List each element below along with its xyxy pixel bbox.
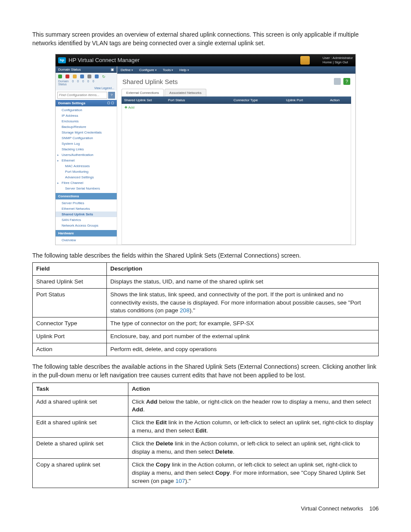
- user-line: User : Administrator: [323, 56, 353, 60]
- menubar: DefineConfigureToolsHelp: [117, 66, 355, 74]
- sidebar-item[interactable]: Ethernet Networks: [56, 206, 117, 212]
- search-input[interactable]: [57, 92, 107, 99]
- sidebar: Domain Status ▣ ↻ Domain: [56, 66, 117, 245]
- app-screenshot: hp HP Virtual Connect Manager User : Adm…: [55, 54, 356, 245]
- view-legend-link[interactable]: View Legend...: [58, 87, 114, 90]
- page-title: Shared Uplink Sets: [122, 78, 177, 85]
- table-row: Delete a shared uplink setClick the Dele…: [33, 438, 379, 459]
- home-icon[interactable]: [300, 56, 310, 65]
- search-go-button[interactable]: ?: [108, 92, 115, 99]
- status-other-icon: [95, 75, 99, 78]
- sidebar-item[interactable]: Port Monitoring: [56, 169, 117, 174]
- table-row: Port StatusShows the link status, link s…: [33, 288, 379, 317]
- domain-label: Domain: [58, 80, 68, 83]
- add-button[interactable]: Add: [122, 104, 351, 111]
- page-link[interactable]: 107: [175, 478, 185, 484]
- table-row: ActionPerform edit, delete, and copy ope…: [33, 343, 379, 356]
- help-icon[interactable]: ?: [343, 78, 350, 85]
- table-row: Copy a shared uplink setClick the Copy l…: [33, 458, 379, 488]
- actions-th-task: Task: [33, 383, 128, 395]
- status-critical-icon: [65, 75, 69, 78]
- refresh-icon[interactable]: ↻: [102, 75, 106, 79]
- home-link[interactable]: Home: [323, 60, 332, 64]
- col-port-status[interactable]: Port Status: [165, 98, 231, 102]
- actions-table-intro: The following table describes the availa…: [32, 362, 379, 380]
- app-topbar: hp HP Virtual Connect Manager User : Adm…: [56, 54, 355, 66]
- col-shared-uplink-set[interactable]: Shared Uplink Set: [121, 98, 165, 102]
- table-row: Connector TypeThe type of connector on t…: [33, 317, 379, 330]
- sidebar-item[interactable]: Ethernet: [56, 158, 117, 163]
- menu-item[interactable]: Configure: [139, 68, 157, 72]
- tab[interactable]: External Connections: [121, 89, 164, 96]
- menu-item[interactable]: Define: [121, 68, 133, 72]
- tab[interactable]: Associated Networks: [165, 89, 206, 96]
- status-sub: Status: [58, 83, 114, 86]
- table-row: Shared Uplink SetDisplays the status, UI…: [33, 275, 379, 288]
- sidebar-item[interactable]: Shared Uplink Sets: [56, 212, 117, 217]
- page-link[interactable]: 208: [180, 307, 190, 314]
- main-panel: DefineConfigureToolsHelp Shared Uplink S…: [117, 66, 355, 245]
- sidebar-item[interactable]: Backup/Restore: [56, 124, 117, 130]
- fields-th-description: Description: [107, 262, 379, 275]
- sidebar-item[interactable]: MAC Addresses: [56, 163, 117, 169]
- intro-paragraph: This summary screen provides an overview…: [32, 30, 379, 48]
- sidebar-item[interactable]: Enclosures: [56, 243, 117, 245]
- print-icon[interactable]: [334, 78, 341, 85]
- table-row: Edit a shared uplink setClick the Edit l…: [33, 417, 379, 438]
- tabs: External ConnectionsAssociated Networks: [117, 89, 355, 96]
- footer-page-number: 106: [369, 505, 379, 512]
- actions-th-action: Action: [128, 383, 379, 395]
- section-hardware[interactable]: Hardware: [56, 230, 117, 236]
- sidebar-item[interactable]: Fibre Channel: [56, 180, 117, 186]
- page-footer: Virtual Connect networks 106: [32, 505, 379, 512]
- sidebar-item[interactable]: Advanced Settings: [56, 174, 117, 180]
- col-action[interactable]: Action: [327, 98, 351, 102]
- sign-out-link[interactable]: Sign Out: [335, 60, 348, 64]
- status-unknown-icon: [87, 75, 91, 78]
- fields-th-field: Field: [33, 262, 107, 275]
- sidebar-item[interactable]: IP Address: [56, 113, 117, 118]
- menu-item[interactable]: Tools: [163, 68, 174, 72]
- sidebar-item[interactable]: Stacking Links: [56, 146, 117, 152]
- col-uplink-port[interactable]: Uplink Port: [283, 98, 327, 102]
- sidebar-item[interactable]: Server Profiles: [56, 200, 117, 206]
- sidebar-item[interactable]: SNMP Configuration: [56, 135, 117, 141]
- sidebar-item[interactable]: Users/Authentication: [56, 152, 117, 158]
- table-row: Add a shared uplink setClick Add below t…: [33, 395, 379, 417]
- hp-logo-icon: hp: [58, 57, 66, 63]
- grid-header: Shared Uplink Set Port Status Connector …: [121, 96, 351, 104]
- sidebar-item[interactable]: Storage Mgmt Credentials: [56, 130, 117, 135]
- sidebar-item[interactable]: Overview: [56, 237, 117, 243]
- section-controls-icon[interactable]: ▢ ▢: [107, 101, 114, 105]
- sidebar-item[interactable]: System Log: [56, 141, 117, 146]
- app-title: HP Virtual Connect Manager: [68, 57, 300, 63]
- table-row: Uplink PortEnclosure, bay, and port numb…: [33, 330, 379, 343]
- sidebar-item[interactable]: Configuration: [56, 107, 117, 113]
- menu-item[interactable]: Help: [179, 68, 189, 72]
- sidebar-item[interactable]: Network Access Groups: [56, 223, 117, 228]
- col-connector-type[interactable]: Connector Type: [231, 98, 283, 102]
- sidebar-item[interactable]: SAN Fabrics: [56, 217, 117, 223]
- user-info: User : Administrator Home | Sign Out: [323, 56, 353, 64]
- sidebar-item[interactable]: Server Serial Numbers: [56, 186, 117, 191]
- fields-table: Field Description Shared Uplink SetDispl…: [32, 262, 379, 356]
- domain-status-panel: ↻ Domain 00000 Status View Legend...: [56, 73, 117, 90]
- fields-table-intro: The following table describes the fields…: [32, 251, 379, 260]
- collapse-icon[interactable]: ▣: [111, 68, 114, 72]
- section-domain-settings[interactable]: Domain Settings ▢ ▢: [56, 100, 117, 106]
- section-connections[interactable]: Connections: [56, 193, 117, 199]
- grid-body: Add: [121, 104, 351, 245]
- status-warning-icon: [73, 75, 77, 78]
- status-info-icon: [80, 75, 84, 78]
- status-ok-icon: [58, 75, 62, 78]
- sidebar-item[interactable]: Enclosures: [56, 118, 117, 124]
- domain-status-header: Domain Status ▣: [56, 66, 117, 73]
- actions-table: Task Action Add a shared uplink setClick…: [32, 383, 379, 488]
- footer-section: Virtual Connect networks: [301, 505, 363, 512]
